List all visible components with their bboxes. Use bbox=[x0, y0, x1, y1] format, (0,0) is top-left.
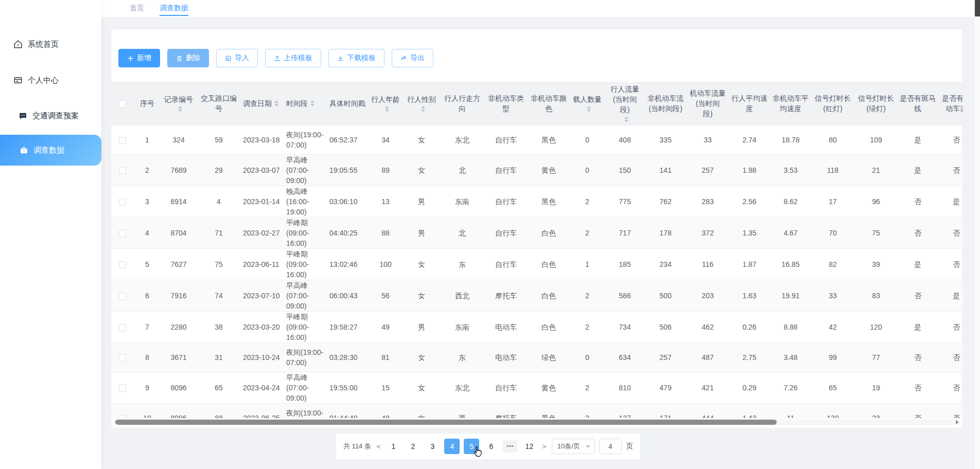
horizontal-scrollbar[interactable] bbox=[113, 419, 960, 425]
cell: 75 bbox=[197, 248, 241, 280]
more-pages-button[interactable]: ••• bbox=[503, 440, 517, 453]
cell: 2 bbox=[569, 217, 605, 248]
cell: 127 bbox=[605, 403, 644, 418]
row-checkbox[interactable] bbox=[119, 293, 126, 300]
sidebar-item-system-home[interactable]: 系统首页 bbox=[0, 34, 101, 55]
page-button-5[interactable]: 5 bbox=[464, 439, 479, 454]
cell: 4 bbox=[134, 217, 161, 248]
sidebar-item-survey-data[interactable]: 调查数据 bbox=[0, 135, 101, 166]
column-header-12[interactable]: 行人流量 (当时间 段) bbox=[605, 82, 644, 125]
cell: 634 bbox=[605, 342, 644, 372]
column-header-17: 信号灯时长 (红灯) bbox=[811, 82, 854, 125]
row-checkbox[interactable] bbox=[119, 324, 126, 331]
cell: 东北 bbox=[441, 372, 484, 403]
cell: 408 bbox=[605, 125, 644, 154]
row-checkbox[interactable] bbox=[119, 354, 126, 362]
scroll-right-arrow-icon[interactable] bbox=[956, 420, 959, 424]
cell: 586 bbox=[605, 280, 644, 311]
page-button-12[interactable]: 12 bbox=[521, 439, 537, 454]
cell: 女 bbox=[402, 125, 441, 154]
sidebar-item-label: 调查数据 bbox=[33, 146, 64, 155]
row-checkbox[interactable] bbox=[119, 137, 126, 144]
column-header-11[interactable]: 载人数量 bbox=[569, 82, 605, 125]
cell: 晚高峰(16:00-19:00) bbox=[284, 186, 327, 217]
cell: 东 bbox=[441, 248, 484, 280]
sort-caret-icon[interactable] bbox=[421, 106, 425, 112]
cell: 19 bbox=[854, 372, 898, 403]
table-row: 108996882023-06-25夜间(19:00-07:00)01:44:4… bbox=[111, 403, 963, 418]
sort-caret-icon[interactable] bbox=[385, 106, 389, 112]
column-header-3[interactable]: 调查日期 bbox=[241, 82, 284, 125]
delete-button[interactable]: 删除 bbox=[167, 49, 209, 67]
cell: 平峰期(09:00-16:00) bbox=[284, 248, 327, 280]
cell: 黄色 bbox=[528, 154, 569, 186]
sidebar-item-user-center[interactable]: 个人中心 bbox=[0, 70, 101, 91]
cell: 9 bbox=[134, 372, 161, 403]
page-button-4[interactable]: 4 bbox=[444, 439, 460, 454]
row-checkbox[interactable] bbox=[119, 385, 126, 392]
sort-caret-icon[interactable] bbox=[310, 100, 314, 106]
cell: 33 bbox=[687, 125, 729, 154]
cell: 摩托车 bbox=[484, 280, 528, 311]
cell: 2 bbox=[569, 280, 605, 311]
row-checkbox[interactable] bbox=[119, 415, 126, 418]
cell: 否 bbox=[898, 186, 938, 217]
breadcrumb-current[interactable]: 调查数据 bbox=[160, 4, 188, 16]
breadcrumb: 首页 调查数据 bbox=[101, 0, 974, 17]
horizontal-scrollbar-thumb[interactable] bbox=[115, 420, 777, 425]
import-button[interactable]: 导入 bbox=[216, 49, 258, 67]
chevron-down-icon bbox=[585, 445, 590, 448]
prev-page-button[interactable]: < bbox=[375, 442, 381, 450]
cell: 120 bbox=[811, 403, 854, 418]
page-button-6[interactable]: 6 bbox=[483, 439, 499, 454]
cell: 女 bbox=[402, 154, 441, 186]
column-header-7[interactable]: 行人性别 bbox=[402, 82, 441, 125]
page-button-1[interactable]: 1 bbox=[386, 439, 401, 454]
column-header-label: 行人性别 bbox=[407, 94, 436, 104]
next-page-button[interactable]: > bbox=[541, 442, 547, 450]
breadcrumb-home[interactable]: 首页 bbox=[130, 4, 144, 13]
page-button-3[interactable]: 3 bbox=[425, 439, 440, 454]
cell: 女 bbox=[402, 403, 441, 418]
cell: 185 bbox=[605, 248, 644, 280]
row-checkbox[interactable] bbox=[119, 199, 126, 206]
page-button-2[interactable]: 2 bbox=[405, 439, 421, 454]
upload-template-button[interactable]: 上传模板 bbox=[265, 49, 321, 67]
cell: 65 bbox=[197, 372, 241, 403]
column-header-8: 行人行走方 向 bbox=[441, 82, 484, 125]
cell: 早高峰(07:00-09:00) bbox=[284, 154, 327, 186]
column-header-label: 载人数量 bbox=[573, 94, 602, 104]
vertical-scrollbar-thumb[interactable] bbox=[975, 0, 980, 16]
select-all-checkbox[interactable] bbox=[119, 100, 126, 107]
vertical-scrollbar[interactable] bbox=[974, 0, 980, 469]
table-row: 67916742023-07-10早高峰(07:00-09:00)06:00:4… bbox=[111, 280, 963, 311]
row-checkbox[interactable] bbox=[119, 261, 126, 268]
column-header-1[interactable]: 记录编号 bbox=[161, 82, 197, 125]
sort-caret-icon[interactable] bbox=[587, 106, 591, 112]
cell: 42 bbox=[811, 311, 854, 342]
export-button[interactable]: 导出 bbox=[392, 49, 433, 67]
download-template-button[interactable]: 下载模板 bbox=[328, 49, 384, 67]
jump-page-input[interactable] bbox=[599, 439, 622, 454]
add-button-label: 新增 bbox=[137, 53, 151, 63]
row-checkbox[interactable] bbox=[119, 230, 126, 237]
row-checkbox[interactable] bbox=[119, 167, 126, 174]
cell: 7689 bbox=[161, 154, 197, 186]
cell: 黑色 bbox=[528, 186, 569, 217]
cell: 女 bbox=[402, 342, 441, 372]
cell: 自行车 bbox=[484, 186, 528, 217]
add-button[interactable]: 新增 bbox=[118, 49, 160, 67]
cell: 自行车 bbox=[484, 372, 528, 403]
sidebar-item-survey-plan[interactable]: 交通调查预案 bbox=[0, 105, 101, 126]
page-size-select[interactable]: 10条/页 bbox=[552, 439, 595, 454]
sort-caret-icon[interactable] bbox=[274, 100, 278, 106]
column-header-4[interactable]: 时间段 bbox=[284, 82, 327, 125]
delete-button-label: 删除 bbox=[186, 53, 200, 63]
cell: 21 bbox=[854, 154, 898, 186]
cell: 29 bbox=[197, 154, 241, 186]
cell: 8 bbox=[134, 342, 161, 372]
cell: 2.74 bbox=[729, 125, 770, 154]
sort-caret-icon[interactable] bbox=[178, 106, 182, 112]
column-header-6[interactable]: 行人年龄 bbox=[369, 82, 402, 125]
sort-caret-icon[interactable] bbox=[624, 116, 628, 122]
